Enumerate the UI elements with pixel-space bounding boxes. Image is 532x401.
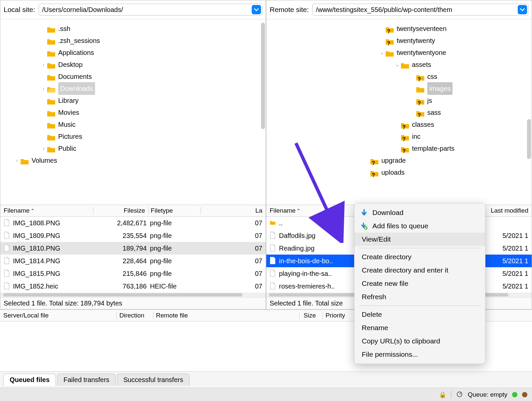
tree-node[interactable]: ?upgrade bbox=[266, 154, 532, 166]
local-site-input[interactable]: /Users/cornelia/Downloads/ bbox=[39, 4, 262, 16]
download-icon bbox=[360, 209, 368, 216]
tree-node[interactable]: ?js bbox=[266, 95, 532, 106]
file-size: 189,794 bbox=[95, 245, 150, 252]
file-row[interactable]: IMG_1810.PNG189,794png-file07 bbox=[0, 242, 266, 255]
tree-node[interactable]: Library bbox=[0, 95, 266, 106]
tree-node[interactable]: Music bbox=[0, 118, 266, 130]
file-icon bbox=[270, 270, 276, 278]
tree-node[interactable]: ?twentyseventeen bbox=[266, 23, 532, 35]
menu-view-edit[interactable]: View/Edit bbox=[354, 233, 485, 246]
folder-icon: ? bbox=[401, 145, 409, 152]
tree-node[interactable]: ›Desktop bbox=[0, 59, 266, 71]
menu-label: Delete bbox=[362, 310, 382, 318]
col-filename[interactable]: Filename bbox=[270, 207, 296, 214]
file-size: 2,482,671 bbox=[95, 219, 150, 227]
local-file-list[interactable]: IMG_1808.PNG2,482,671png-file07IMG_1809.… bbox=[0, 217, 266, 293]
file-name: IMG_1815.PNG bbox=[13, 270, 60, 278]
sort-asc-icon: ⌃ bbox=[31, 208, 35, 213]
file-row[interactable]: IMG_1815.PNG215,846png-file07 bbox=[0, 267, 266, 280]
menu-create-dir-enter[interactable]: Create directory and enter it bbox=[354, 264, 485, 277]
tree-label: .zsh_sessions bbox=[58, 35, 100, 47]
file-row[interactable]: IMG_1814.PNG228,464png-file07 bbox=[0, 255, 266, 267]
menu-create-dir[interactable]: Create directory bbox=[354, 250, 485, 264]
file-name: in-the-bois-de-bo.. bbox=[279, 257, 333, 265]
local-pane: Local site: /Users/cornelia/Downloads/ .… bbox=[0, 0, 266, 309]
col-filesize[interactable]: Filesize bbox=[93, 207, 148, 214]
tree-label: js bbox=[427, 95, 432, 106]
scrollbar[interactable] bbox=[261, 23, 265, 129]
folder-icon: ? bbox=[370, 157, 379, 164]
menu-copy-url[interactable]: Copy URL(s) to clipboard bbox=[354, 334, 485, 348]
qcol-remote[interactable]: Remote file bbox=[153, 312, 299, 319]
qcol-serverlocal[interactable]: Server/Local file bbox=[3, 312, 116, 319]
col-lastmod[interactable]: La bbox=[200, 207, 262, 214]
tree-node[interactable]: ?template-parts bbox=[266, 142, 532, 154]
menu-create-file[interactable]: Create new file bbox=[354, 277, 485, 290]
folder-icon bbox=[47, 133, 56, 140]
file-row[interactable]: IMG_1809.PNG235,554png-file07 bbox=[0, 229, 266, 242]
tree-label: Downloads bbox=[58, 82, 95, 95]
qcol-size[interactable]: Size bbox=[299, 312, 323, 319]
tree-node[interactable]: ›Downloads bbox=[0, 83, 266, 95]
local-path-dropdown[interactable] bbox=[252, 5, 261, 14]
tree-node[interactable]: Documents bbox=[0, 71, 266, 83]
menu-refresh[interactable]: Refresh bbox=[354, 290, 485, 303]
menu-add-queue[interactable]: Add files to queue bbox=[354, 219, 485, 233]
menu-delete[interactable]: Delete bbox=[354, 308, 485, 321]
file-mod: 07 bbox=[201, 245, 262, 252]
queue-tabs: Queued files Failed transfers Successful… bbox=[0, 371, 532, 388]
scrollbar[interactable] bbox=[527, 119, 531, 159]
hscrollbar[interactable] bbox=[0, 293, 266, 297]
qcol-priority[interactable]: Priority bbox=[323, 312, 352, 319]
disclosure-icon[interactable]: ⌄ bbox=[379, 47, 385, 59]
menu-download[interactable]: Download bbox=[354, 206, 485, 219]
local-file-header[interactable]: Filename ⌃ Filesize Filetype La bbox=[0, 205, 266, 217]
tree-node[interactable]: images bbox=[266, 83, 532, 95]
tree-node[interactable]: ⌄twentytwentyone bbox=[266, 47, 532, 59]
tab-queued[interactable]: Queued files bbox=[3, 374, 56, 386]
tree-label: Applications bbox=[58, 47, 94, 59]
file-icon bbox=[270, 282, 276, 290]
tree-node[interactable]: ›Public bbox=[0, 142, 266, 154]
col-filetype[interactable]: Filetype bbox=[148, 207, 200, 214]
tab-failed[interactable]: Failed transfers bbox=[57, 374, 116, 386]
tree-node[interactable]: ?inc bbox=[266, 130, 532, 142]
file-name: roses-tremieres-h.. bbox=[279, 283, 335, 290]
tree-node[interactable]: ?css bbox=[266, 71, 532, 83]
tree-node[interactable]: .zsh_sessions bbox=[0, 35, 266, 47]
tree-node[interactable]: ?uploads bbox=[266, 166, 532, 178]
folder-icon bbox=[47, 37, 56, 44]
tree-node[interactable]: ?classes bbox=[266, 118, 532, 130]
qcol-direction[interactable]: Direction bbox=[116, 312, 153, 319]
disclosure-icon[interactable]: ⌄ bbox=[394, 59, 401, 71]
tree-node[interactable]: Movies bbox=[0, 106, 266, 118]
tree-node[interactable]: ⌄assets bbox=[266, 59, 532, 71]
tree-label: uploads bbox=[381, 166, 405, 178]
local-tree[interactable]: .ssh.zsh_sessionsApplications›DesktopDoc… bbox=[0, 19, 266, 205]
file-row[interactable]: IMG_1852.heic763,186HEIC-file07 bbox=[0, 280, 266, 293]
tree-node[interactable]: Applications bbox=[0, 47, 266, 59]
tree-node[interactable]: Pictures bbox=[0, 130, 266, 142]
disclosure-icon[interactable]: › bbox=[40, 142, 47, 154]
queue-status: Queue: empty bbox=[468, 391, 507, 398]
remote-path-dropdown[interactable] bbox=[518, 5, 527, 14]
disclosure-icon[interactable]: › bbox=[40, 83, 47, 95]
remote-tree[interactable]: ?twentyseventeen?twentytwenty⌄twentytwen… bbox=[266, 19, 532, 205]
tree-node[interactable]: ?sass bbox=[266, 106, 532, 118]
tree-node[interactable]: ›Volumes bbox=[0, 154, 266, 166]
tree-node[interactable]: ?twentytwenty bbox=[266, 35, 532, 47]
disclosure-icon[interactable]: › bbox=[40, 59, 47, 71]
folder-icon bbox=[47, 25, 56, 32]
menu-rename[interactable]: Rename bbox=[354, 321, 485, 334]
file-mod: 07 bbox=[201, 270, 262, 278]
menu-permissions[interactable]: File permissions... bbox=[354, 348, 485, 361]
col-filename[interactable]: Filename bbox=[4, 207, 30, 214]
tab-success[interactable]: Successful transfers bbox=[117, 374, 190, 386]
file-row[interactable]: IMG_1808.PNG2,482,671png-file07 bbox=[0, 217, 266, 229]
disclosure-icon[interactable]: › bbox=[14, 154, 20, 166]
tree-label: assets bbox=[412, 59, 431, 71]
remote-site-input[interactable]: /www/testingsitex_556/public/wp-content/… bbox=[312, 4, 528, 16]
file-size: 235,554 bbox=[95, 232, 150, 240]
bottom-status-bar: 🔒 Queue: empty bbox=[0, 388, 532, 401]
tree-node[interactable]: .ssh bbox=[0, 23, 266, 35]
